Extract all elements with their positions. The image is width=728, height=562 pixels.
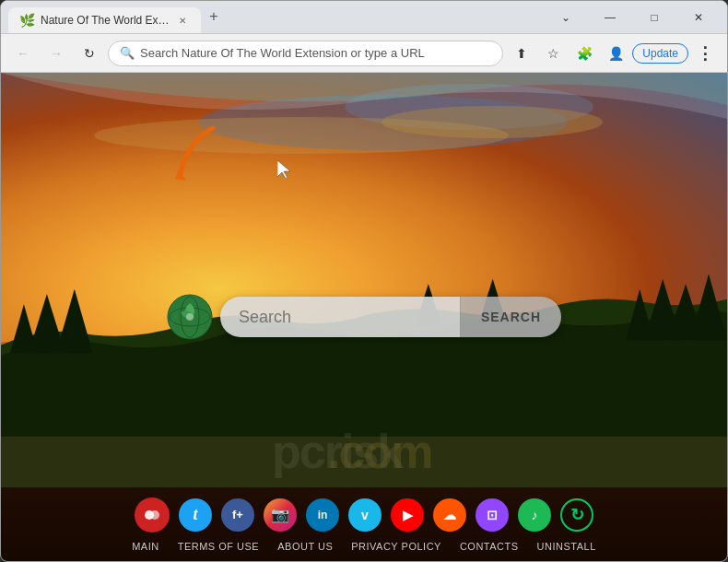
- maximize-button[interactable]: □: [633, 3, 675, 32]
- bottom-bar: t f+ 📷 in v ▶: [1, 487, 727, 561]
- menu-icon[interactable]: ⋮: [690, 39, 720, 68]
- address-text: Search Nature Of The World Extension or …: [140, 46, 491, 60]
- browser-window: 🌿 Nature Of The World Extension ✕ + ⌄ — …: [0, 0, 728, 562]
- instagram-icon[interactable]: 📷: [264, 498, 297, 532]
- svg-marker-2: [10, 304, 38, 353]
- title-bar: 🌿 Nature Of The World Extension ✕ + ⌄ — …: [1, 1, 727, 34]
- svg-point-15: [186, 313, 194, 321]
- page-content: SEARCH pcrisk .com: [1, 73, 727, 561]
- close-button[interactable]: ✕: [677, 3, 720, 32]
- back-button[interactable]: ←: [8, 39, 38, 68]
- spotify-label: ♪: [532, 508, 538, 522]
- active-tab[interactable]: 🌿 Nature Of The World Extension ✕: [8, 7, 201, 33]
- refresh-icon[interactable]: ↻: [560, 498, 593, 532]
- facebook-label: f+: [232, 508, 243, 521]
- tab-area: 🌿 Nature Of The World Extension ✕ +: [8, 1, 541, 33]
- footer-link-contacts[interactable]: CONTACTS: [460, 541, 519, 552]
- bookmark-icon[interactable]: ☆: [538, 39, 568, 68]
- search-button[interactable]: SEARCH: [460, 297, 561, 337]
- vimeo-label: v: [361, 508, 369, 522]
- footer-link-uninstall[interactable]: UNINSTALL: [537, 541, 596, 552]
- top-wave: [1, 73, 727, 137]
- twitter-label: t: [193, 505, 197, 524]
- update-button[interactable]: Update: [632, 43, 688, 64]
- tab-close-button[interactable]: ✕: [175, 13, 190, 28]
- footer-link-privacy[interactable]: PRIVACY POLICY: [351, 541, 441, 552]
- social-icons-row: t f+ 📷 in v ▶: [135, 498, 593, 533]
- youtube-icon[interactable]: ▶: [391, 498, 424, 532]
- footer-links: MAIN TERMS OF USE ABOUT US PRIVACY POLIC…: [132, 541, 596, 552]
- svg-point-19: [150, 510, 159, 520]
- youtube-label: ▶: [403, 508, 413, 522]
- profile-icon[interactable]: 👤: [601, 39, 630, 68]
- linkedin-label: in: [318, 509, 328, 521]
- linkedin-icon[interactable]: in: [306, 498, 339, 532]
- spotify-icon[interactable]: ♪: [518, 498, 551, 532]
- nav-actions: ⬆ ☆ 🧩 👤 Update ⋮: [507, 39, 720, 68]
- refresh-button[interactable]: ↻: [75, 39, 104, 68]
- extensions-icon[interactable]: 🧩: [569, 39, 599, 68]
- extension-logo: [167, 294, 213, 340]
- window-controls: ⌄ — □ ✕: [545, 3, 720, 32]
- soundcloud-label: ☁: [443, 508, 456, 522]
- nav-bar: ← → ↻ 🔍 Search Nature Of The World Exten…: [1, 34, 727, 73]
- svg-rect-9: [1, 437, 727, 487]
- search-input-wrapper: SEARCH: [220, 297, 561, 337]
- lock-icon: 🔍: [120, 46, 135, 60]
- share-icon[interactable]: ⬆: [507, 39, 536, 68]
- forward-button[interactable]: →: [41, 39, 71, 68]
- refresh-label: ↻: [570, 505, 584, 525]
- new-tab-button[interactable]: +: [201, 4, 227, 29]
- search-input[interactable]: [220, 297, 460, 337]
- twitter-icon[interactable]: t: [179, 498, 212, 532]
- footer-link-about[interactable]: ABOUT US: [277, 541, 333, 552]
- facebook-icon[interactable]: f+: [221, 498, 254, 532]
- footer-link-terms[interactable]: TERMS OF USE: [178, 541, 260, 552]
- minimize-button[interactable]: —: [589, 3, 631, 32]
- ground-layer: [1, 243, 727, 487]
- soundcloud-icon[interactable]: ☁: [433, 498, 466, 532]
- tab-title: Nature Of The World Extension: [41, 14, 170, 27]
- twitch-label: ⊡: [487, 508, 498, 522]
- custom-icon[interactable]: [135, 498, 170, 533]
- svg-marker-1: [56, 289, 93, 354]
- vimeo-icon[interactable]: v: [348, 498, 382, 532]
- expand-button[interactable]: ⌄: [545, 3, 587, 32]
- tab-favicon: 🌿: [19, 13, 35, 28]
- twitch-icon[interactable]: ⊡: [476, 498, 509, 532]
- footer-link-main[interactable]: MAIN: [132, 541, 159, 552]
- instagram-label: 📷: [271, 506, 289, 523]
- address-bar[interactable]: 🔍 Search Nature Of The World Extension o…: [108, 41, 503, 66]
- search-section: SEARCH: [167, 294, 561, 340]
